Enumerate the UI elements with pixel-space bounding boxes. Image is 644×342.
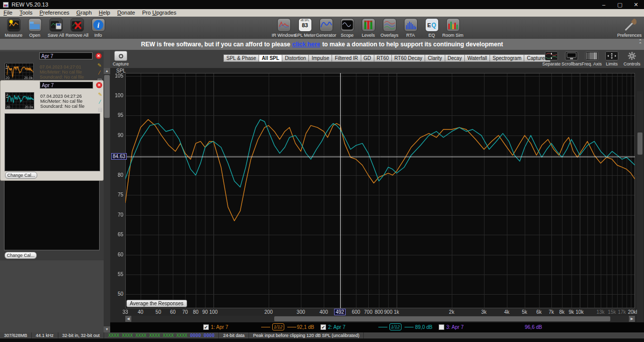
average-responses-button[interactable]: Average the Responses (126, 300, 187, 307)
scrollbars-button[interactable]: Scrollbars (561, 50, 582, 66)
banner-collapse-icon[interactable]: ⌃⌃ (638, 40, 642, 46)
hscroll-thumb[interactable] (274, 316, 610, 321)
tab-rt60-decay[interactable]: RT60 Decay (392, 54, 425, 62)
horizontal-scrollbar[interactable]: ◀ ▶ (125, 316, 635, 322)
x-tick-2k: 2k (449, 309, 454, 315)
menu-item-donate[interactable]: Donate (114, 9, 138, 17)
edit-icon[interactable]: ✎ (97, 62, 103, 70)
menu-item-tools[interactable]: Tools (16, 9, 36, 17)
measurements-sidebar: Collapse « ✕12020.0k07.04.2023 04:27:01M… (0, 50, 110, 332)
freq-axis-icon (585, 51, 598, 60)
close-button[interactable]: ✕ (628, 0, 644, 9)
scroll-down-icon[interactable]: ▼ (104, 326, 110, 332)
trace-color-icon[interactable]: ⁄ (97, 70, 103, 78)
legend-label-1: 1: Apr 7 (211, 324, 228, 330)
ir-windows-button[interactable]: IR Windows (273, 17, 294, 38)
thumb-range-left: 20 (6, 105, 10, 109)
legend-checkbox-3[interactable] (439, 324, 444, 330)
spl-meter-button[interactable]: dB SPL83SPL Meter (294, 17, 315, 38)
notes-area[interactable] (5, 113, 100, 171)
legend-checkbox-2[interactable]: ✔ (320, 324, 326, 330)
menu-item-help[interactable]: Help (95, 9, 114, 17)
toolbar-label: Overlays (380, 33, 398, 38)
maximize-button[interactable]: ▢ (612, 0, 628, 9)
x-tick-6k: 6k (536, 309, 542, 315)
generator-icon (319, 18, 333, 32)
donate-link[interactable]: click here (292, 41, 320, 48)
tab-gd[interactable]: GD (361, 54, 374, 62)
measurement-name-input[interactable] (39, 52, 93, 59)
vertical-scrollbar[interactable] (637, 91, 643, 326)
donation-banner: REW is free software, but if you can aff… (0, 39, 644, 50)
delete-measurement-icon[interactable]: ✕ (96, 53, 102, 59)
generator-button[interactable]: Generator (315, 17, 337, 38)
spl-meter-icon: dB SPL83 (298, 18, 312, 32)
rta-button[interactable]: RTA (400, 17, 421, 38)
sidebar-scroll-thumb[interactable] (104, 75, 110, 118)
measurement-date: 07.04.2023 04:27:26 (40, 94, 82, 99)
limits-button[interactable]: Limits (602, 50, 622, 66)
trace-color-icon[interactable]: ⁄ (97, 99, 103, 107)
menu-item-preferences[interactable]: Preferences (36, 9, 72, 17)
tab-spectrogram[interactable]: Spectrogram (490, 54, 524, 62)
tab-waterfall[interactable]: Waterfall (465, 54, 490, 62)
legend-label-2: 2: Apr 7 (328, 324, 345, 330)
tab-clarity[interactable]: Clarity (425, 54, 445, 62)
overlays-icon (383, 18, 396, 32)
preferences-button[interactable]: Preferences (619, 17, 640, 38)
save-all-button[interactable]: Save All (45, 17, 66, 38)
separate-button[interactable]: Separate (541, 50, 561, 66)
levels-button[interactable]: Levels (358, 17, 379, 38)
soundcard-cal-info: Soundcard: No cal file (40, 75, 84, 80)
scroll-left-icon[interactable]: ◀ (125, 316, 131, 322)
svg-text:i: i (97, 22, 99, 29)
data-bit-depth: 24-bit data (219, 332, 249, 338)
x-tick-300: 300 (297, 309, 305, 315)
tab-all-spl[interactable]: All SPL (259, 54, 282, 62)
tab-spl-phase[interactable]: SPL & Phase (223, 54, 259, 62)
x-tick-50: 50 (155, 309, 161, 315)
room-sim-button[interactable]: Room Sim (442, 17, 463, 38)
scroll-right-icon[interactable]: ▶ (629, 316, 635, 322)
menu-item-graph[interactable]: Graph (73, 9, 96, 17)
x-tick-600: 600 (352, 309, 360, 315)
tab-filtered-ir[interactable]: Filtered IR (332, 54, 361, 62)
tab-distortion[interactable]: Distortion (282, 54, 309, 62)
menu-item-pro-upgrades[interactable]: Pro Upgrades (138, 9, 180, 17)
notes-area[interactable] (4, 177, 100, 250)
room-sim-icon (446, 18, 460, 32)
tab-decay[interactable]: Decay (445, 54, 465, 62)
measurement-number: 1 (6, 63, 8, 69)
measurement-panel-2[interactable]: ✕22020.0k07.04.2023 04:27:26Mic/Meter: N… (0, 80, 104, 181)
vscroll-thumb[interactable] (637, 132, 642, 155)
smoothing-badge-2[interactable]: 1/12 (389, 323, 401, 330)
edit-icon[interactable]: ✎ (97, 92, 103, 99)
eq-button[interactable]: EQEQ (421, 17, 442, 38)
overlays-button[interactable]: Overlays (379, 17, 400, 38)
smoothing-badge-1[interactable]: 1/12 (272, 323, 284, 330)
info-button[interactable]: iInfo (88, 17, 109, 38)
spl-chart-canvas[interactable] (125, 73, 635, 308)
tab-impulse[interactable]: Impulse (309, 54, 332, 62)
capture-button[interactable] (114, 51, 127, 61)
menu-item-file[interactable]: File (0, 9, 16, 17)
input-bits-meter: XXXX XXXX XXXX XXXX XXXX XXXX 0000 0000 (104, 332, 219, 338)
open-button[interactable]: Open (24, 17, 45, 38)
minimize-button[interactable]: – (596, 0, 612, 9)
change-cal-button[interactable]: Change Cal... (5, 252, 37, 259)
measurement-name-input[interactable] (40, 82, 93, 89)
y-tick-95: 95 (110, 112, 123, 118)
measure-button[interactable]: Measure (3, 17, 24, 38)
controls-button[interactable]: Controls (622, 50, 642, 66)
legend-checkbox-1[interactable]: ✔ (203, 324, 209, 330)
scroll-up-icon[interactable]: ▲ (104, 68, 110, 74)
toolbar-label: IR Windows (272, 33, 296, 38)
tab-rt60[interactable]: RT60 (374, 54, 392, 62)
bit-depth-io: 32-bit in, 32-bit out (58, 332, 105, 338)
scope-button[interactable]: Scope (337, 17, 358, 38)
freq-axis-button[interactable]: Freq. Axis (582, 50, 602, 66)
delete-measurement-icon[interactable]: ✕ (96, 82, 102, 88)
sidebar-scrollbar[interactable]: ▲ ▼ (104, 68, 110, 332)
change-cal-button[interactable]: Change Cal... (5, 172, 37, 179)
remove-all-button[interactable]: Remove All (66, 17, 88, 38)
